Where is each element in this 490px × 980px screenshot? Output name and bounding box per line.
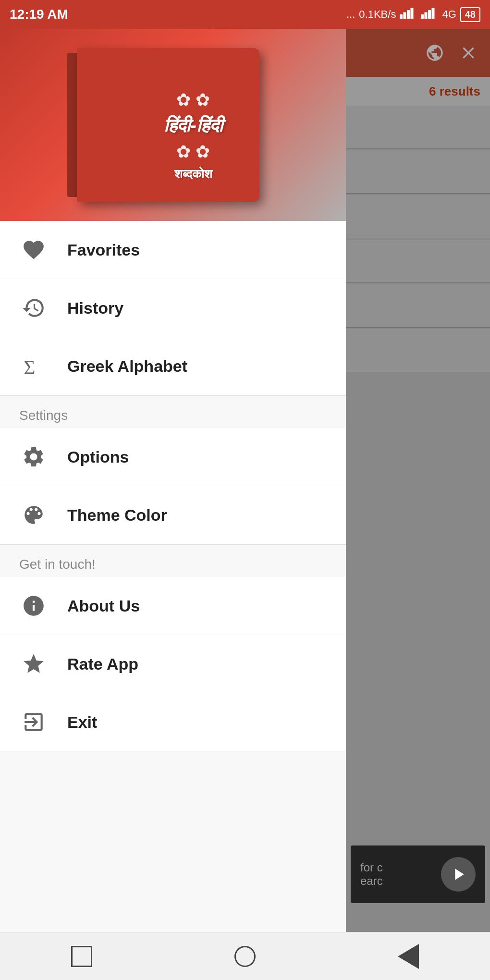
book-illustration: ✿ ✿ हिंदी-हिंदी ✿ ✿ शब्दकोश [58,38,288,211]
right-panel-header [346,29,490,77]
status-bar: 12:19 AM ... 0.1KB/s 4G 48 [0,0,490,29]
navigation-drawer: ✿ ✿ हिंदी-हिंदी ✿ ✿ शब्दकोश Favorites [0,29,346,951]
signal-bars-1 [400,7,417,22]
svg-rect-6 [428,10,431,19]
svg-text:Σ: Σ [24,356,35,378]
drawer-header: ✿ ✿ हिंदी-हिंदी ✿ ✿ शब्दकोश [0,29,346,221]
network-type: 4G [442,8,456,21]
menu-item-favorites[interactable]: Favorites [0,221,346,279]
back-button[interactable] [389,937,428,976]
search-arrow-button[interactable] [441,857,476,892]
results-bar: 6 results [346,77,490,106]
book-title: ✿ ✿ हिंदी-हिंदी ✿ ✿ शब्दकोश [110,62,276,209]
home-icon [234,946,256,967]
result-row-2 [346,150,490,194]
history-icon [19,294,48,322]
book-cover: ✿ ✿ हिंदी-हिंदी ✿ ✿ शब्दकोश [77,48,259,202]
hindi-title: हिंदी-हिंदी [164,115,223,137]
svg-rect-4 [421,14,424,19]
svg-rect-1 [404,12,406,19]
home-button[interactable] [226,937,264,976]
network-speed: 0.1KB/s [359,8,396,21]
contact-section-header: Get in touch! [0,545,346,577]
history-label: History [67,299,123,318]
favorites-label: Favorites [67,241,140,259]
result-row-4 [346,240,490,283]
search-overlay: for cearc [351,845,485,903]
result-row-3 [346,195,490,238]
result-row-1 [346,106,490,149]
drawer-menu: Favorites History Σ Greek Alphabet Setti… [0,221,346,951]
exit-icon [19,708,48,736]
book-subtitle: शब्दकोश [174,167,212,182]
book-decoration-top: ✿ ✿ [176,90,210,110]
theme-color-label: Theme Color [67,506,167,525]
book-decoration-middle: ✿ ✿ [176,142,210,162]
info-icon [19,591,48,620]
menu-item-about-us[interactable]: About Us [0,577,346,635]
star-icon [19,649,48,678]
svg-rect-2 [407,10,410,19]
signal-bars-2 [421,7,438,22]
palette-icon [19,501,48,529]
status-dots: ... [346,8,355,21]
svg-rect-7 [432,8,435,19]
menu-item-exit[interactable]: Exit [0,693,346,751]
options-label: Options [67,448,129,466]
gear-icon [19,442,48,471]
main-container: ✿ ✿ हिंदी-हिंदी ✿ ✿ शब्दकोश Favorites [0,29,490,951]
status-time: 12:19 AM [10,7,68,22]
rate-app-label: Rate App [67,655,138,674]
svg-rect-5 [425,12,428,19]
heart-icon [19,235,48,264]
recents-icon [71,946,92,967]
menu-item-options[interactable]: Options [0,428,346,486]
settings-section-header: Settings [0,396,346,428]
results-count: 6 results [429,84,480,99]
right-panel: 6 results for cearc [346,29,490,951]
menu-item-theme-color[interactable]: Theme Color [0,486,346,544]
status-icons: ... 0.1KB/s 4G 48 [346,7,480,22]
result-row-5 [346,284,490,328]
bottom-navigation [0,932,490,980]
menu-item-greek-alphabet[interactable]: Σ Greek Alphabet [0,337,346,395]
about-us-label: About Us [67,597,140,615]
close-button[interactable] [456,41,480,65]
sigma-icon: Σ [19,352,48,380]
svg-rect-0 [400,14,403,19]
exit-label: Exit [67,713,97,732]
search-hint-text: for cearc [360,861,436,888]
menu-item-rate-app[interactable]: Rate App [0,635,346,693]
back-icon [398,944,419,969]
greek-alphabet-label: Greek Alphabet [67,357,187,376]
recents-button[interactable] [62,937,101,976]
result-row-6 [346,329,490,372]
battery-indicator: 48 [460,7,480,22]
svg-rect-3 [411,8,414,19]
results-content [346,106,490,951]
menu-item-history[interactable]: History [0,279,346,337]
globe-button[interactable] [423,41,447,65]
